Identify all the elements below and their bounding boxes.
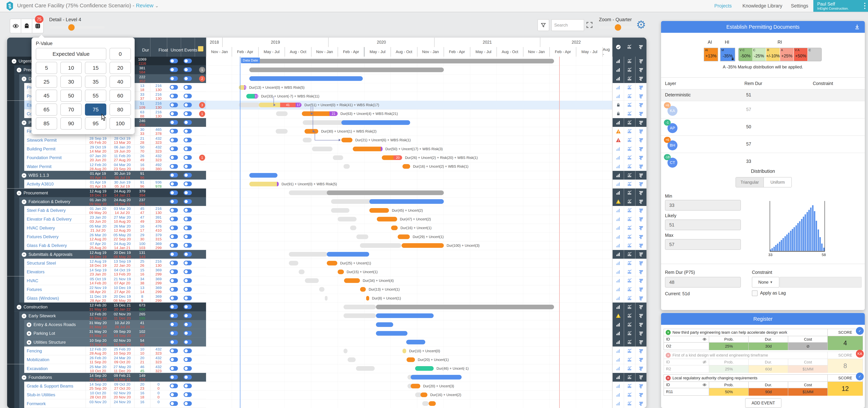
grid-row[interactable]: Water Permit12 Feb 2028 Aug 2004 Mar 202… — [7, 162, 206, 171]
row-chart-icon[interactable] — [624, 145, 636, 153]
view-options-button[interactable] — [10, 19, 22, 33]
row-tornado-icon[interactable] — [635, 382, 647, 390]
row-histogram-icon[interactable] — [613, 267, 624, 276]
gantt-bar[interactable] — [411, 384, 420, 388]
events-toggle[interactable] — [184, 217, 192, 221]
zoom-slider-knob[interactable] — [615, 24, 621, 31]
row-histogram-icon[interactable] — [613, 224, 624, 232]
uncert-toggle[interactable] — [170, 111, 178, 116]
row-histogram-icon[interactable] — [613, 250, 624, 259]
row-chart-icon[interactable] — [624, 83, 636, 92]
uncert-toggle[interactable] — [170, 76, 178, 81]
row-chart-icon[interactable] — [624, 390, 636, 399]
row-histogram-icon[interactable] — [613, 241, 624, 250]
events-toggle[interactable] — [184, 340, 192, 344]
row-label-foundations[interactable]: −Foundations — [22, 375, 52, 380]
event-prob-value[interactable]: 50% — [709, 388, 749, 396]
uncert-toggle[interactable] — [170, 252, 178, 257]
pvalue-button-50[interactable]: 50 — [60, 90, 82, 102]
row-chart-icon[interactable] — [624, 250, 636, 259]
row-chart-icon[interactable] — [624, 188, 636, 197]
events-toggle[interactable] — [184, 181, 192, 186]
row-tornado-icon[interactable] — [635, 145, 647, 153]
expand-button[interactable] — [586, 21, 593, 30]
event-id-value[interactable]: R11 — [664, 388, 709, 395]
row-chart-icon[interactable] — [624, 197, 636, 206]
gantt-bar[interactable] — [402, 349, 406, 353]
detail-slider-knob[interactable] — [68, 24, 74, 31]
row-tornado-icon[interactable] — [635, 232, 647, 241]
uncert-toggle[interactable] — [170, 357, 178, 362]
gantt-bar-segment[interactable] — [277, 182, 279, 186]
event-cost-value[interactable]: ⊘ — [788, 342, 828, 350]
grid-row[interactable]: Mobilization26 Feb 2011 Sep 2024 Mar 200… — [7, 355, 206, 364]
row-chart-icon[interactable] — [624, 162, 636, 171]
row-tornado-icon[interactable] — [635, 92, 647, 100]
row-tornado-icon[interactable] — [635, 373, 647, 382]
gantt-bar-segment[interactable] — [239, 85, 244, 90]
gantt-bar[interactable] — [429, 401, 436, 406]
row-histogram-icon[interactable] — [613, 320, 624, 329]
uncert-toggle[interactable] — [170, 85, 178, 90]
row-histogram-icon[interactable] — [613, 153, 624, 162]
gantt-bar-segment[interactable]: 5 — [244, 85, 246, 90]
nav-knowledge-library[interactable]: Knowledge Library — [742, 3, 782, 9]
row-tornado-icon[interactable] — [635, 65, 647, 74]
events-toggle[interactable] — [184, 313, 192, 318]
grid-row[interactable]: Grade & Support Beams14 Sep 2025 Sep 200… — [7, 382, 206, 390]
row-tornado-icon[interactable] — [635, 302, 647, 311]
row-tornado-icon[interactable] — [635, 390, 647, 399]
row-tornado-icon[interactable] — [635, 224, 647, 232]
gantt-bar-segment[interactable] — [246, 94, 255, 98]
row-chart-icon[interactable] — [624, 57, 636, 65]
row-histogram-icon[interactable] — [613, 109, 624, 118]
row-label-utilities-structure[interactable]: +Utilities Structure — [27, 340, 66, 345]
toggle-uniform[interactable]: Uniform — [764, 177, 792, 187]
row-chart-icon[interactable] — [624, 355, 636, 364]
uncert-toggle[interactable] — [170, 129, 178, 134]
register-event-r2[interactable]: ✕First of a kind design will extend engi… — [663, 352, 863, 373]
row-label-elevator-fab-delivery[interactable]: Elevator Fab & Delivery — [27, 217, 71, 222]
grid-row[interactable]: Stub-in Utilities10 Oct 2028 Oct 2002 No… — [7, 390, 206, 399]
event-id-value[interactable]: R2 — [664, 365, 709, 373]
row-histogram-icon[interactable] — [613, 232, 624, 241]
pvalue-button-0[interactable]: 0 — [110, 48, 131, 60]
row-histogram-icon[interactable] — [613, 145, 624, 153]
row-chart-icon[interactable] — [624, 101, 636, 109]
uncert-toggle[interactable] — [170, 94, 178, 98]
distribution-toggle[interactable]: Triangular Uniform — [736, 177, 792, 187]
row-tornado-icon[interactable] — [635, 241, 647, 250]
row-histogram-icon[interactable] — [613, 399, 624, 408]
row-tornado-icon[interactable] — [635, 197, 647, 206]
collapse-icon[interactable]: − — [22, 200, 26, 204]
eye-slash-icon[interactable] — [702, 360, 707, 364]
events-toggle[interactable] — [184, 76, 192, 81]
events-toggle[interactable] — [184, 375, 192, 379]
events-toggle[interactable] — [184, 146, 192, 151]
collapse-icon[interactable]: − — [22, 120, 26, 125]
uncert-toggle[interactable] — [170, 340, 178, 344]
collapse-icon[interactable]: − — [22, 173, 26, 178]
events-toggle[interactable] — [184, 243, 192, 247]
row-histogram-icon[interactable] — [613, 285, 624, 294]
events-toggle[interactable] — [184, 401, 192, 406]
row-label-structural-steel[interactable]: Structural Steel — [27, 261, 56, 266]
pvalue-button-25[interactable]: 25 — [36, 76, 57, 88]
row-histogram-icon[interactable] — [613, 197, 624, 206]
ai-markup-chip[interactable]: AI+13% — [704, 48, 718, 61]
row-histogram-icon[interactable] — [613, 74, 624, 83]
uncert-toggle[interactable] — [170, 59, 178, 63]
gantt-bar-segment[interactable] — [302, 111, 330, 116]
collapse-icon[interactable]: − — [22, 252, 26, 257]
events-toggle[interactable] — [184, 199, 192, 204]
row-label-fixtures[interactable]: Fixtures — [27, 287, 42, 292]
row-tornado-icon[interactable] — [635, 294, 647, 302]
uncert-toggle[interactable] — [170, 313, 178, 318]
grid-row[interactable]: −Procurement12 Aug 1918 Dec 1924 Aug 201… — [7, 188, 206, 197]
event-id-value[interactable]: O2 — [664, 342, 709, 350]
scenario-review-dropdown[interactable]: Review — [136, 2, 153, 8]
row-histogram-icon[interactable] — [613, 312, 624, 320]
events-toggle[interactable] — [184, 103, 192, 107]
row-tornado-icon[interactable] — [635, 320, 647, 329]
events-toggle[interactable] — [184, 304, 192, 309]
